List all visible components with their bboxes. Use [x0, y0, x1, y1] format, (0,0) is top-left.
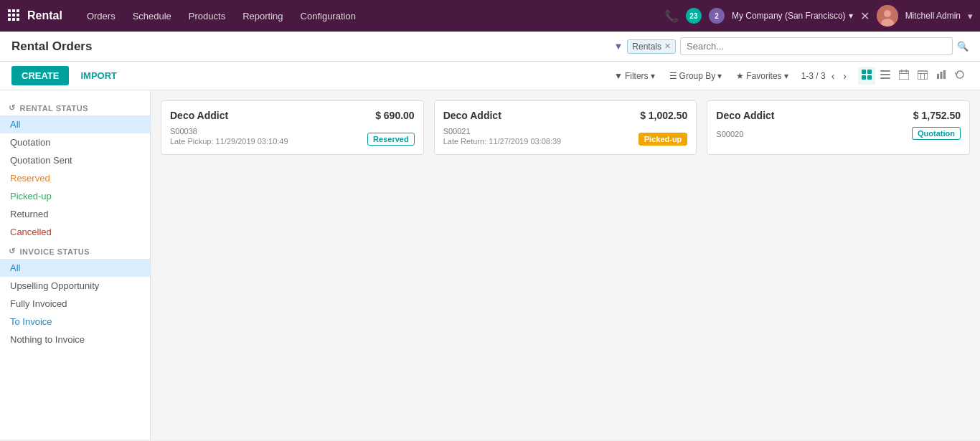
- svg-rect-20: [901, 70, 903, 72]
- avatar[interactable]: [877, 5, 898, 27]
- sidebar: ↺ RENTAL STATUS All Quotation Quotation …: [0, 90, 151, 440]
- card-amount: $ 690.00: [375, 110, 415, 121]
- card-detail-value: 11/27/2019 03:08:39: [489, 137, 561, 146]
- favorites-chevron: ▾: [784, 71, 788, 81]
- view-switcher: [858, 67, 969, 85]
- menu-reporting[interactable]: Reporting: [235, 6, 290, 26]
- svg-rect-17: [880, 74, 890, 75]
- filters-button[interactable]: ▼ Filters ▾: [610, 68, 659, 84]
- menu-products[interactable]: Products: [182, 6, 232, 26]
- filter-tag-label: Rentals: [632, 42, 661, 52]
- menu-orders[interactable]: Orders: [80, 6, 123, 26]
- groupby-button[interactable]: ☰ Group By ▾: [665, 68, 727, 84]
- svg-rect-7: [12, 18, 15, 21]
- sidebar-item-to-invoice[interactable]: To Invoice: [0, 313, 150, 331]
- favorites-label: Favorites: [746, 71, 781, 81]
- kanban-grid: Deco Addict $ 690.00 S00038 Late Pickup:…: [161, 100, 970, 155]
- svg-rect-15: [867, 75, 872, 80]
- svg-rect-5: [17, 14, 19, 16]
- sidebar-item-quotation[interactable]: Quotation: [0, 133, 150, 151]
- sidebar-item-rental-all[interactable]: All: [0, 115, 150, 133]
- kanban-card-1[interactable]: Deco Addict $ 690.00 S00038 Late Pickup:…: [161, 100, 424, 155]
- svg-rect-6: [8, 18, 11, 21]
- svg-rect-28: [941, 72, 943, 79]
- menu-configuration[interactable]: Configuration: [293, 6, 363, 26]
- svg-rect-13: [867, 70, 872, 74]
- svg-point-10: [884, 10, 891, 17]
- favorites-button[interactable]: ★ Favorites ▾: [732, 68, 792, 84]
- sidebar-item-nothing-to-invoice[interactable]: Nothing to Invoice: [0, 331, 150, 348]
- svg-rect-27: [937, 74, 939, 79]
- content-area: Deco Addict $ 690.00 S00038 Late Pickup:…: [151, 90, 980, 440]
- filters-label: Filters: [625, 71, 649, 81]
- card-amount: $ 1,002.50: [640, 110, 687, 121]
- topnav-right: 📞 23 2 My Company (San Francisco) ▾ ✕ Mi…: [664, 5, 973, 27]
- card-info: S00020: [716, 130, 743, 140]
- view-kanban[interactable]: [858, 67, 875, 85]
- apps-grid-icon[interactable]: [7, 9, 20, 24]
- status-badge: Reserved: [367, 133, 415, 146]
- svg-rect-3: [8, 14, 11, 16]
- sidebar-item-returned[interactable]: Returned: [0, 205, 150, 223]
- card-header: Deco Addict $ 1,752.50: [716, 110, 961, 121]
- star-icon: ★: [736, 71, 744, 81]
- svg-rect-29: [943, 70, 946, 79]
- search-input[interactable]: [680, 37, 953, 55]
- view-calendar-week[interactable]: [914, 67, 931, 85]
- search-icon[interactable]: 🔍: [957, 41, 969, 52]
- company-selector[interactable]: My Company (San Francisco) ▾: [732, 11, 853, 21]
- svg-rect-4: [12, 14, 15, 16]
- filter-tag: Rentals ✕: [627, 39, 676, 54]
- kanban-card-3[interactable]: Deco Addict $ 1,752.50 S00020 Quotation: [707, 100, 970, 155]
- card-order-id: S00038: [170, 127, 288, 136]
- card-customer-name: Deco Addict: [443, 110, 501, 121]
- card-detail-label: Late Pickup:: [170, 137, 214, 146]
- view-list[interactable]: [877, 67, 894, 85]
- main-layout: ↺ RENTAL STATUS All Quotation Quotation …: [0, 90, 980, 440]
- sidebar-item-reserved[interactable]: Reserved: [0, 169, 150, 187]
- sidebar-item-cancelled[interactable]: Cancelled: [0, 223, 150, 241]
- sidebar-item-quotation-sent[interactable]: Quotation Sent: [0, 151, 150, 169]
- sidebar-item-invoice-all[interactable]: All: [0, 259, 150, 277]
- svg-rect-2: [17, 9, 19, 12]
- sidebar-item-upselling[interactable]: Upselling Opportunity: [0, 277, 150, 295]
- activity-badge[interactable]: 23: [686, 8, 702, 24]
- filter-tag-remove[interactable]: ✕: [664, 42, 671, 51]
- menu-schedule[interactable]: Schedule: [126, 6, 179, 26]
- rental-status-header: ↺ RENTAL STATUS: [0, 98, 150, 115]
- close-icon[interactable]: ✕: [860, 9, 870, 23]
- view-refresh[interactable]: [951, 67, 969, 85]
- pager-prev[interactable]: ‹: [829, 69, 838, 83]
- view-chart[interactable]: [933, 67, 950, 85]
- filter-bar: ▼ Filters ▾ ☰ Group By ▾ ★ Favorites ▾: [610, 68, 793, 84]
- create-button[interactable]: CREATE: [11, 66, 69, 85]
- phone-icon[interactable]: 📞: [664, 9, 679, 23]
- svg-rect-18: [880, 77, 890, 79]
- card-header: Deco Addict $ 1,002.50: [443, 110, 688, 121]
- message-badge[interactable]: 2: [709, 8, 725, 24]
- svg-rect-16: [880, 70, 890, 72]
- page-title: Rental Orders: [11, 39, 92, 54]
- status-badge: Quotation: [912, 127, 961, 140]
- pager: 1-3 / 3 ‹ ›: [801, 69, 849, 83]
- pager-next[interactable]: ›: [840, 69, 849, 83]
- invoice-status-header: ↺ INVOICE STATUS: [0, 241, 150, 259]
- import-button[interactable]: IMPORT: [77, 66, 120, 85]
- user-dropdown-icon[interactable]: ▾: [968, 11, 973, 22]
- card-detail: Late Pickup: 11/29/2019 03:10:49: [170, 137, 288, 146]
- sidebar-item-fully-invoiced[interactable]: Fully Invoiced: [0, 295, 150, 313]
- svg-rect-26: [924, 73, 925, 80]
- user-name[interactable]: Mitchell Admin: [905, 11, 961, 21]
- pager-text: 1-3 / 3: [801, 71, 826, 81]
- card-amount: $ 1,752.50: [913, 110, 961, 121]
- svg-rect-0: [8, 9, 11, 12]
- svg-rect-8: [17, 18, 19, 21]
- card-order-id: S00021: [443, 127, 562, 136]
- sidebar-item-pickedup[interactable]: Picked-up: [0, 187, 150, 205]
- card-info: S00021 Late Return: 11/27/2019 03:08:39: [443, 127, 562, 146]
- view-calendar-month[interactable]: [895, 67, 913, 85]
- kanban-card-2[interactable]: Deco Addict $ 1,002.50 S00021 Late Retur…: [434, 100, 697, 155]
- app-brand: Rental: [27, 9, 62, 22]
- card-body: S00038 Late Pickup: 11/29/2019 03:10:49 …: [170, 127, 415, 146]
- groupby-chevron: ▾: [717, 71, 722, 81]
